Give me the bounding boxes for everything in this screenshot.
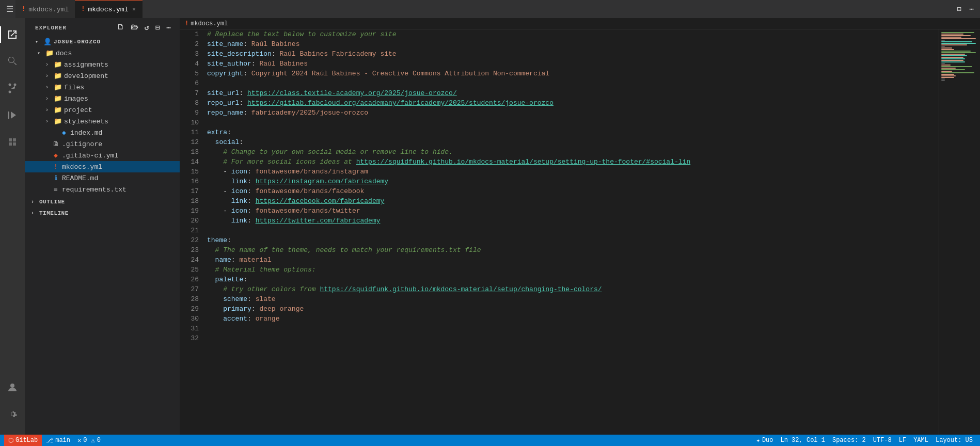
code-line-9: repo_name: fabricademy/2025/josue-orozco	[207, 108, 939, 118]
code-line-4: site_author: Raúl Babines	[207, 59, 939, 69]
section-label: TIMELINE	[39, 210, 69, 216]
line-numbers: 12345 678910 1112131415 1617181920 21222…	[180, 29, 203, 435]
warning-icon: ⚠	[91, 437, 94, 444]
encoding-status[interactable]: UTF-8	[870, 435, 895, 446]
language-label: YAML	[913, 437, 928, 444]
activity-run[interactable]	[0, 103, 25, 128]
file-tree: ▾ 👤 JOSUE-OROZCO ▾ 📁 docs › 📁 assignment…	[25, 35, 180, 196]
activity-source-control[interactable]	[0, 76, 25, 101]
folder-icon: 📁	[45, 49, 54, 57]
code-line-8: repo_url: https://gitlab.fabcloud.org/ac…	[207, 98, 939, 108]
sidebar-section-outline[interactable]: › OUTLINE	[25, 196, 180, 208]
code-line-12: social:	[207, 137, 939, 147]
code-line-31	[207, 324, 939, 333]
tree-item-development[interactable]: › 📁 development	[25, 70, 180, 82]
folder-icon: 📁	[54, 94, 62, 103]
code-line-23: # The name of the theme, needs to match …	[207, 245, 939, 255]
language-status[interactable]: YAML	[910, 435, 931, 446]
code-line-32	[207, 333, 939, 343]
errors-status[interactable]: ✕ 0 ⚠ 0	[74, 435, 104, 446]
chevron-down-icon: ▾	[37, 50, 43, 56]
spaces-status[interactable]: Spaces: 2	[829, 435, 869, 446]
breadcrumb-yaml-icon: !	[185, 20, 188, 27]
chevron-right-icon: ›	[45, 62, 52, 68]
activity-search[interactable]	[0, 49, 25, 74]
split-editor-button[interactable]: ⊟	[955, 3, 963, 15]
line-ending-status[interactable]: LF	[896, 435, 909, 446]
code-line-20: link: https://twitter.com/fabricademy	[207, 216, 939, 226]
tree-item-readme[interactable]: ℹ README.md	[25, 172, 180, 184]
tree-label: assignments	[64, 61, 108, 69]
more-actions-button[interactable]: ⋯	[968, 3, 976, 15]
new-file-button[interactable]: 🗋	[115, 22, 127, 33]
chevron-right-icon: ›	[31, 199, 37, 205]
duo-status[interactable]: ✦ Duo	[753, 435, 777, 446]
tree-item-docs[interactable]: ▾ 📁 docs	[25, 47, 180, 59]
line-col-status[interactable]: Ln 32, Col 1	[778, 435, 828, 446]
layout-status[interactable]: Layout: US	[932, 435, 976, 446]
code-line-6	[207, 78, 939, 88]
chevron-right-icon: ›	[45, 85, 52, 90]
errors-count: 0	[83, 437, 87, 444]
tree-label: requirements.txt	[62, 186, 127, 194]
folder-icon: 📁	[54, 72, 62, 80]
chevron-right-icon: ›	[45, 73, 52, 79]
tab-yaml-icon: !	[22, 6, 25, 13]
tree-item-project[interactable]: › 📁 project	[25, 104, 180, 116]
refresh-button[interactable]: ↺	[143, 22, 151, 33]
code-line-30: accent: orange	[207, 314, 939, 324]
tree-label: .gitignore	[62, 140, 102, 148]
branch-label: main	[55, 437, 70, 444]
tree-item-gitlab-ci[interactable]: ◆ .gitlab-ci.yml	[25, 150, 180, 161]
tree-item-index-md[interactable]: ◆ index.md	[25, 127, 180, 138]
breadcrumb-filename: mkdocs.yml	[191, 20, 228, 27]
encoding-label: UTF-8	[873, 437, 892, 444]
tab-label-active: mkdocs.yml	[88, 6, 128, 13]
code-line-24: name: material	[207, 255, 939, 265]
tree-item-stylesheets[interactable]: › 📁 stylesheets	[25, 116, 180, 127]
activity-settings[interactable]	[0, 402, 25, 426]
branch-status[interactable]: ⎇ main	[43, 435, 73, 446]
gitlab-icon: ⬡	[8, 437, 13, 444]
activity-accounts[interactable]	[0, 375, 25, 400]
activity-explorer[interactable]	[0, 22, 25, 47]
code-line-16: link: https://instagram.com/fabricademy	[207, 177, 939, 186]
code-line-13: # Change to your own social media or rem…	[207, 147, 939, 157]
folder-icon: 📁	[54, 106, 62, 114]
code-line-3: site_description: Raúl Babines Fabricade…	[207, 49, 939, 59]
tree-root-josue[interactable]: ▾ 👤 JOSUE-OROZCO	[25, 36, 180, 47]
tab-close-button[interactable]: ✕	[131, 5, 136, 13]
tree-item-assignments[interactable]: › 📁 assignments	[25, 59, 180, 70]
sidebar-header-actions: 🗋 🗁 ↺ ⊟ ⋯	[115, 22, 173, 33]
sidebar-content: ▾ 👤 JOSUE-OROZCO ▾ 📁 docs › 📁 assignment…	[25, 35, 180, 435]
tree-item-files[interactable]: › 📁 files	[25, 82, 180, 93]
code-line-29: primary: deep orange	[207, 304, 939, 314]
tab-mkdocs-inactive[interactable]: ! mkdocs.yml	[15, 0, 75, 18]
code-line-19: - icon: fontawesome/brands/twitter	[207, 206, 939, 216]
code-line-2: site_name: Raúl Babines	[207, 39, 939, 49]
activity-extensions[interactable]	[0, 130, 25, 154]
branch-icon: ⎇	[46, 437, 53, 444]
more-actions-sidebar[interactable]: ⋯	[165, 22, 173, 33]
title-bar-right: ⊟ ⋯	[955, 3, 976, 15]
activity-bar	[0, 18, 25, 435]
tab-mkdocs-active[interactable]: ! mkdocs.yml ✕	[75, 0, 143, 18]
diamond-file-icon: ◆	[52, 151, 60, 160]
tree-item-gitignore[interactable]: 🗎 .gitignore	[25, 138, 180, 150]
tree-item-mkdocs[interactable]: ! mkdocs.yml	[25, 161, 180, 172]
code-line-14: # For more social icons ideas at https:/…	[207, 157, 939, 167]
tree-label: project	[64, 106, 92, 114]
error-icon: ✕	[77, 437, 81, 444]
new-folder-button[interactable]: 🗁	[129, 22, 140, 33]
sidebar-section-timeline[interactable]: › TIMELINE	[25, 208, 180, 219]
tree-item-requirements[interactable]: ≡ requirements.txt	[25, 184, 180, 195]
menu-icon[interactable]: ☰	[4, 2, 15, 17]
tree-item-images[interactable]: › 📁 images	[25, 93, 180, 104]
gitlab-status[interactable]: ⬡ GitLab	[4, 435, 42, 446]
chevron-right-icon: ›	[45, 96, 52, 102]
collapse-button[interactable]: ⊟	[153, 22, 162, 33]
code-content[interactable]: # Replace the text below to customize yo…	[203, 29, 939, 435]
code-line-5: copyright: Copyright 2024 Raúl Babines -…	[207, 69, 939, 78]
tree-label: mkdocs.yml	[62, 163, 102, 171]
gitlab-label: GitLab	[15, 437, 38, 444]
